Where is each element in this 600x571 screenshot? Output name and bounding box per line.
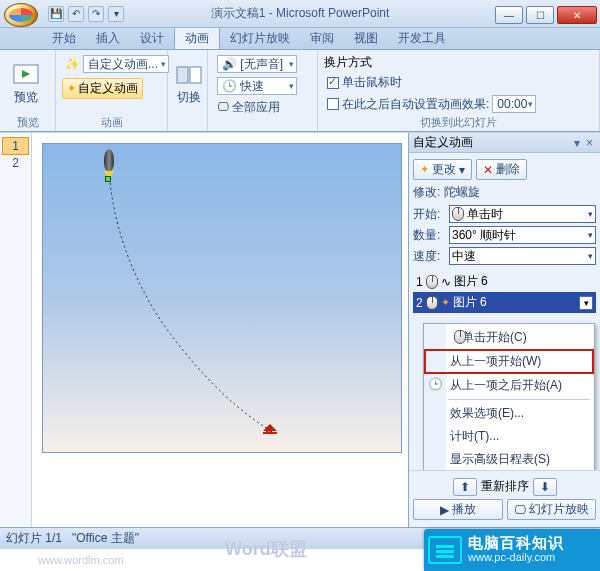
undo-icon[interactable]: ↶	[68, 6, 84, 22]
window-title: 演示文稿1 - Microsoft PowerPoint	[211, 5, 390, 22]
delete-x-icon: ✕	[483, 163, 493, 177]
main-area: 1 2 自定义动画 ▾ × ✦更改 ▾ ✕删除 修改	[0, 132, 600, 527]
preview-button[interactable]: 预览	[6, 54, 46, 114]
menu-show-advanced[interactable]: 显示高级日程表(S)	[424, 448, 594, 470]
modify-label: 修改: 陀螺旋	[413, 184, 596, 201]
pane-close-icon[interactable]: ×	[583, 136, 596, 150]
on-click-checkbox[interactable]	[327, 77, 339, 89]
menu-effect-options[interactable]: 效果选项(E)...	[424, 402, 594, 425]
speed-dropdown-pane[interactable]: 中速	[449, 247, 596, 265]
mouse-icon	[426, 275, 438, 289]
thumb-2[interactable]: 2	[2, 155, 29, 171]
maximize-button[interactable]: ☐	[526, 6, 554, 24]
site-badge: 电脑百科知识 www.pc-daily.com	[424, 529, 600, 571]
menu-with-previous[interactable]: 从上一项开始(W)	[424, 349, 594, 374]
transition-button[interactable]: 切换	[174, 54, 204, 114]
auto-after-time[interactable]: 00:00	[492, 95, 536, 113]
delete-button[interactable]: ✕删除	[476, 159, 527, 180]
speed-label: 速度:	[413, 248, 449, 265]
custom-animation-pane: 自定义动画 ▾ × ✦更改 ▾ ✕删除 修改: 陀螺旋 开始: 单击时 数量: …	[408, 133, 600, 527]
group-label-animations: 动画	[62, 115, 161, 129]
slide	[42, 143, 402, 453]
tab-view[interactable]: 视图	[344, 27, 388, 49]
preview-icon	[12, 63, 40, 87]
animation-dropdown[interactable]: 自定义动画...	[83, 55, 169, 73]
auto-after-label: 在此之后自动设置动画效果:	[342, 96, 489, 113]
group-label-preview: 预览	[6, 115, 49, 129]
on-click-label: 单击鼠标时	[342, 74, 402, 91]
save-icon[interactable]: 💾	[48, 6, 64, 22]
change-button[interactable]: ✦更改 ▾	[413, 159, 472, 180]
pane-dropdown-icon[interactable]: ▾	[571, 136, 583, 150]
mouse-icon	[426, 296, 438, 310]
reorder-up-button[interactable]: ⬆	[453, 478, 477, 496]
thumbnail-pane[interactable]: 1 2	[0, 133, 32, 527]
ribbon: 预览 预览 ✨自定义动画... ✦自定义动画 动画 切换 🔊 [无声音] 🕒 快…	[0, 50, 600, 132]
reorder-down-button[interactable]: ⬇	[533, 478, 557, 496]
tab-design[interactable]: 设计	[130, 27, 174, 49]
animate-icon: ✨	[65, 57, 80, 71]
tab-home[interactable]: 开始	[42, 27, 86, 49]
menu-after-previous[interactable]: 🕒从上一项之后开始(A)	[424, 374, 594, 397]
change-star-icon: ✦	[420, 163, 429, 176]
effect-item-2[interactable]: 2 ✦ 图片 6 ▾	[413, 292, 596, 313]
clock-icon: 🕒	[428, 377, 442, 391]
mouse-icon	[454, 330, 466, 344]
watermark-url: www.wordlm.com	[38, 554, 124, 566]
effect-context-menu: 单击开始(C) 从上一项开始(W) 🕒从上一项之后开始(A) 效果选项(E)..…	[423, 323, 595, 470]
transition-icon	[175, 63, 203, 87]
auto-after-checkbox[interactable]	[327, 98, 339, 110]
spin-icon: ✦	[441, 296, 450, 309]
quick-access-toolbar: 💾 ↶ ↷ ▾	[40, 6, 132, 22]
menu-timing[interactable]: 计时(T)...	[424, 425, 594, 448]
pane-footer: ⬆ 重新排序 ⬇ ▶ 播放 🖵 幻灯片放映	[409, 470, 600, 527]
qat-dropdown-icon[interactable]: ▾	[108, 6, 124, 22]
badge-url: www.pc-daily.com	[468, 550, 564, 564]
reorder-label: 重新排序	[481, 478, 529, 496]
mouse-icon	[452, 207, 464, 221]
custom-animation-button[interactable]: ✦自定义动画	[62, 78, 143, 99]
tab-insert[interactable]: 插入	[86, 27, 130, 49]
sound-dropdown[interactable]: 🔊 [无声音]	[217, 55, 297, 73]
effect-dropdown-icon[interactable]: ▾	[579, 296, 593, 310]
effect-item-1[interactable]: 1 ∿ 图片 6	[413, 271, 596, 292]
svg-rect-2	[177, 67, 188, 83]
start-dropdown[interactable]: 单击时	[449, 205, 596, 223]
path-start-handle[interactable]	[105, 176, 111, 182]
amount-dropdown[interactable]: 360° 顺时针	[449, 226, 596, 244]
path-icon: ∿	[441, 275, 451, 289]
start-label: 开始:	[413, 206, 449, 223]
apply-all-button[interactable]: 🖵 全部应用	[214, 98, 300, 117]
advance-label: 换片方式	[324, 54, 539, 71]
tab-developer[interactable]: 开发工具	[388, 27, 456, 49]
slideshow-button[interactable]: 🖵 幻灯片放映	[507, 499, 597, 520]
amount-label: 数量:	[413, 227, 449, 244]
play-button[interactable]: ▶ 播放	[413, 499, 503, 520]
pane-title: 自定义动画	[413, 134, 473, 151]
effects-list: 1 ∿ 图片 6 2 ✦ 图片 6 ▾	[413, 271, 596, 313]
motion-path	[43, 144, 401, 452]
tab-animations[interactable]: 动画	[174, 26, 220, 49]
minimize-button[interactable]: —	[495, 6, 523, 24]
speed-dropdown[interactable]: 🕒 快速	[217, 77, 297, 95]
ribbon-tabs: 开始 插入 设计 动画 幻灯片放映 审阅 视图 开发工具	[0, 28, 600, 50]
tab-review[interactable]: 审阅	[300, 27, 344, 49]
status-theme: "Office 主题"	[72, 530, 139, 547]
target-marker	[263, 424, 277, 434]
office-button[interactable]	[4, 3, 38, 27]
redo-icon[interactable]: ↷	[88, 6, 104, 22]
slide-canvas[interactable]	[32, 133, 408, 527]
svg-rect-3	[190, 67, 201, 83]
thumb-1[interactable]: 1	[2, 137, 29, 155]
close-button[interactable]: ✕	[557, 6, 597, 24]
badge-title: 电脑百科知识	[468, 536, 564, 550]
tab-slideshow[interactable]: 幻灯片放映	[220, 27, 300, 49]
menu-onclick[interactable]: 单击开始(C)	[424, 324, 594, 349]
title-bar: 💾 ↶ ↷ ▾ 演示文稿1 - Microsoft PowerPoint — ☐…	[0, 0, 600, 28]
group-label-transition: 切换到此幻灯片	[324, 115, 593, 129]
status-slide: 幻灯片 1/1	[6, 530, 62, 547]
monitor-icon	[428, 536, 462, 564]
star-icon: ✦	[67, 82, 76, 95]
menu-separator	[448, 399, 590, 400]
